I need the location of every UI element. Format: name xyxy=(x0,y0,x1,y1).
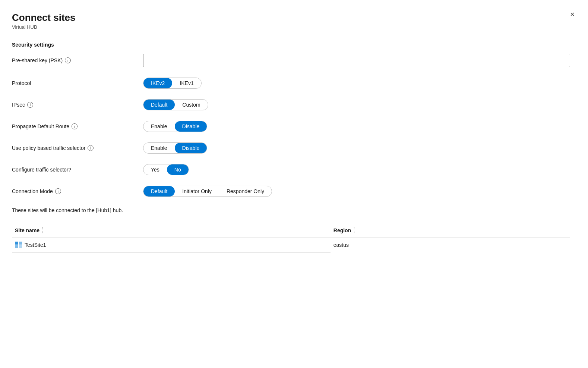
panel-header: Connect sites Virtual HUB xyxy=(12,12,570,30)
policy-based-disable-button[interactable]: Disable xyxy=(175,143,207,153)
policy-based-info-icon[interactable]: i xyxy=(88,145,94,151)
site-name-sort-icon[interactable]: ↑ ↓ xyxy=(42,227,44,234)
policy-based-enable-button[interactable]: Enable xyxy=(143,143,175,153)
security-settings-title: Security settings xyxy=(12,42,570,48)
policy-based-row: Use policy based traffic selector i Enab… xyxy=(12,142,570,154)
psk-input-wrapper xyxy=(143,54,570,67)
configure-traffic-toggle-group: Yes No xyxy=(143,164,189,175)
connection-mode-row: Connection Mode i Default Initiator Only… xyxy=(12,186,570,197)
connection-mode-label: Connection Mode i xyxy=(12,188,131,194)
psk-info-icon[interactable]: i xyxy=(65,57,71,63)
table-header-row: Site name ↑ ↓ Region ↑ ↓ xyxy=(12,224,570,237)
configure-traffic-toggle: Yes No xyxy=(143,164,570,175)
site-name-value: TestSite1 xyxy=(25,242,46,248)
site-name-column-header: Site name ↑ ↓ xyxy=(12,224,331,237)
svg-rect-0 xyxy=(15,242,18,245)
ipsec-toggle: Default Custom xyxy=(143,99,570,110)
region-column-header: Region ↑ ↓ xyxy=(331,224,570,237)
region-value: eastus xyxy=(333,242,349,248)
psk-label: Pre-shared key (PSK) i xyxy=(12,57,131,63)
site-name-column-label: Site name xyxy=(15,227,39,233)
connection-mode-default-button[interactable]: Default xyxy=(143,186,175,196)
region-column-label: Region xyxy=(333,227,351,233)
protocol-toggle: IKEv2 IKEv1 xyxy=(143,78,570,89)
protocol-ikev2-button[interactable]: IKEv2 xyxy=(143,78,172,88)
policy-based-toggle-group: Enable Disable xyxy=(143,142,207,154)
hub-note: These sites will be connected to the [Hu… xyxy=(12,207,570,213)
configure-traffic-row: Configure traffic selector? Yes No xyxy=(12,164,570,175)
propagate-route-toggle: Enable Disable xyxy=(143,121,570,132)
psk-input[interactable] xyxy=(143,54,570,67)
svg-rect-2 xyxy=(15,245,18,248)
protocol-row: Protocol IKEv2 IKEv1 xyxy=(12,78,570,89)
site-name-cell: TestSite1 xyxy=(12,238,331,253)
policy-based-label: Use policy based traffic selector i xyxy=(12,145,131,151)
psk-row: Pre-shared key (PSK) i xyxy=(12,54,570,67)
ipsec-toggle-group: Default Custom xyxy=(143,99,208,110)
panel-title: Connect sites xyxy=(12,12,570,23)
ipsec-row: IPsec i Default Custom xyxy=(12,99,570,110)
propagate-route-toggle-group: Enable Disable xyxy=(143,121,207,132)
ipsec-custom-button[interactable]: Custom xyxy=(175,100,208,110)
ipsec-default-button[interactable]: Default xyxy=(143,100,175,110)
svg-rect-3 xyxy=(19,245,22,248)
region-sort-icon[interactable]: ↑ ↓ xyxy=(353,227,355,234)
close-button[interactable]: × xyxy=(569,9,576,19)
ipsec-label: IPsec i xyxy=(12,102,131,108)
connection-mode-info-icon[interactable]: i xyxy=(55,188,61,194)
propagate-route-info-icon[interactable]: i xyxy=(72,123,78,129)
protocol-toggle-group: IKEv2 IKEv1 xyxy=(143,78,202,89)
sites-table: Site name ↑ ↓ Region ↑ ↓ xyxy=(12,224,570,253)
protocol-ikev1-button[interactable]: IKEv1 xyxy=(172,78,201,88)
ipsec-info-icon[interactable]: i xyxy=(27,102,33,108)
connection-mode-responder-button[interactable]: Responder Only xyxy=(219,186,272,196)
panel-subtitle: Virtual HUB xyxy=(12,24,570,30)
propagate-route-row: Propagate Default Route i Enable Disable xyxy=(12,121,570,132)
svg-rect-1 xyxy=(19,242,22,245)
table-row: TestSite1 eastus xyxy=(12,237,570,253)
region-cell: eastus xyxy=(331,237,570,253)
propagate-route-enable-button[interactable]: Enable xyxy=(143,121,175,132)
connect-sites-panel: Connect sites Virtual HUB × Security set… xyxy=(0,0,588,368)
site-icon xyxy=(15,241,22,249)
protocol-label: Protocol xyxy=(12,80,131,86)
propagate-route-disable-button[interactable]: Disable xyxy=(175,121,207,132)
propagate-route-label: Propagate Default Route i xyxy=(12,123,131,129)
policy-based-toggle: Enable Disable xyxy=(143,142,570,154)
connection-mode-toggle-group: Default Initiator Only Responder Only xyxy=(143,186,272,197)
configure-traffic-no-button[interactable]: No xyxy=(167,164,189,175)
configure-traffic-yes-button[interactable]: Yes xyxy=(143,164,167,175)
configure-traffic-label: Configure traffic selector? xyxy=(12,167,131,173)
connection-mode-initiator-button[interactable]: Initiator Only xyxy=(175,186,219,196)
connection-mode-toggle: Default Initiator Only Responder Only xyxy=(143,186,570,197)
